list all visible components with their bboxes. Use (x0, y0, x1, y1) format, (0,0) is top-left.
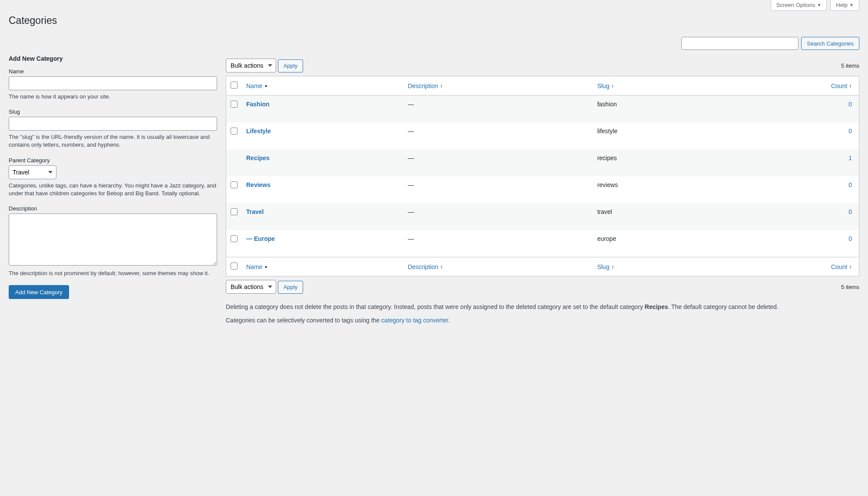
category-link[interactable]: Lifestyle (246, 128, 271, 135)
screen-options-button[interactable]: Screen Options ▼ (771, 0, 827, 11)
apply-button-bottom[interactable]: Apply (278, 281, 304, 294)
row-checkbox[interactable] (231, 128, 238, 135)
table-row: Recipes—recipes1 (226, 149, 859, 176)
search-button[interactable]: Search Categories (801, 37, 859, 50)
select-all-top[interactable] (231, 82, 238, 89)
category-count-link[interactable]: 0 (848, 235, 852, 242)
category-link[interactable]: Recipes (246, 154, 270, 161)
col-header-slug[interactable]: Slug▲▼ (597, 82, 614, 89)
sort-icon: ▲▼ (611, 265, 614, 269)
category-slug: reviews (593, 176, 719, 203)
category-count-link[interactable]: 1 (848, 154, 852, 161)
category-slug: recipes (593, 149, 719, 176)
items-count-top: 5 items (841, 62, 859, 69)
category-count-link[interactable]: 0 (848, 208, 852, 215)
table-row: Lifestyle—lifestyle0 (226, 122, 859, 149)
table-row: Reviews—reviews0 (226, 176, 859, 203)
category-count-link[interactable]: 0 (848, 128, 852, 135)
category-slug: fashion (593, 95, 719, 122)
category-link[interactable]: Reviews (246, 181, 271, 188)
bulk-actions-select-bottom[interactable]: Bulk actions (226, 280, 276, 294)
help-label: Help (836, 2, 848, 8)
row-checkbox[interactable] (231, 181, 238, 188)
form-heading: Add New Category (9, 55, 217, 62)
help-button[interactable]: Help ▼ (830, 0, 859, 11)
slug-input[interactable] (9, 117, 217, 131)
category-description: — (403, 149, 593, 176)
screen-options-label: Screen Options (776, 2, 815, 8)
sort-asc-icon: ▲ (264, 84, 268, 88)
name-input[interactable] (9, 76, 217, 90)
category-slug: lifestyle (593, 122, 719, 149)
apply-button-top[interactable]: Apply (278, 59, 304, 72)
sort-asc-icon: ▲ (264, 265, 268, 269)
description-textarea[interactable] (9, 214, 217, 266)
table-row: Travel—travel0 (226, 203, 859, 230)
category-description: — (403, 176, 593, 203)
chevron-down-icon: ▼ (817, 3, 821, 7)
page-title: Categories (9, 11, 859, 28)
items-count-bottom: 5 items (841, 284, 859, 290)
tag-converter-link[interactable]: category to tag converter (381, 317, 448, 324)
add-category-button[interactable]: Add New Category (9, 285, 69, 299)
col-header-name[interactable]: Name▲ (246, 82, 268, 89)
category-description: — (403, 203, 593, 230)
sort-icon: ▲▼ (849, 265, 852, 269)
category-count-link[interactable]: 0 (848, 101, 852, 108)
sort-icon: ▲▼ (849, 84, 852, 88)
col-footer-name[interactable]: Name▲ (246, 263, 268, 270)
row-checkbox[interactable] (231, 208, 238, 215)
col-footer-description[interactable]: Description▲▼ (408, 263, 443, 270)
category-link[interactable]: Fashion (246, 101, 270, 108)
table-row: Fashion—fashion0 (226, 95, 859, 122)
categories-table: Name▲ Description▲▼ Slug▲▼ Count▲▼ Fashi… (226, 76, 859, 276)
parent-select[interactable]: Travel (9, 165, 56, 179)
category-description: — (403, 230, 593, 257)
delete-note: Deleting a category does not delete the … (226, 302, 859, 312)
sort-icon: ▲▼ (440, 84, 443, 88)
col-footer-slug[interactable]: Slug▲▼ (597, 263, 614, 270)
sort-icon: ▲▼ (440, 265, 443, 269)
category-description: — (403, 122, 593, 149)
chevron-down-icon: ▼ (849, 3, 854, 7)
category-count-link[interactable]: 0 (848, 181, 852, 188)
name-description: The name is how it appears on your site. (9, 93, 217, 101)
bulk-actions-select-top[interactable]: Bulk actions (226, 59, 276, 72)
parent-label: Parent Category (9, 157, 217, 164)
description-description: The description is not prominent by defa… (9, 269, 217, 277)
parent-description: Categories, unlike tags, can have a hier… (9, 182, 217, 197)
col-footer-count[interactable]: Count▲▼ (831, 263, 852, 270)
col-header-description[interactable]: Description▲▼ (408, 82, 443, 89)
convert-note: Categories can be selectively converted … (226, 316, 859, 325)
row-checkbox[interactable] (231, 101, 238, 108)
select-all-bottom[interactable] (231, 263, 238, 269)
slug-description: The "slug" is the URL-friendly version o… (9, 133, 217, 149)
description-label: Description (9, 205, 217, 212)
category-description: — (403, 95, 593, 122)
sort-icon: ▲▼ (611, 84, 614, 88)
table-row: — Europe—europe0 (226, 230, 859, 257)
category-link[interactable]: — Europe (246, 235, 275, 242)
category-slug: travel (593, 203, 719, 230)
row-checkbox[interactable] (231, 235, 238, 242)
category-slug: europe (593, 230, 719, 257)
search-input[interactable] (681, 37, 799, 50)
category-link[interactable]: Travel (246, 208, 264, 215)
col-header-count[interactable]: Count▲▼ (831, 82, 852, 89)
name-label: Name (9, 68, 217, 75)
slug-label: Slug (9, 108, 217, 115)
